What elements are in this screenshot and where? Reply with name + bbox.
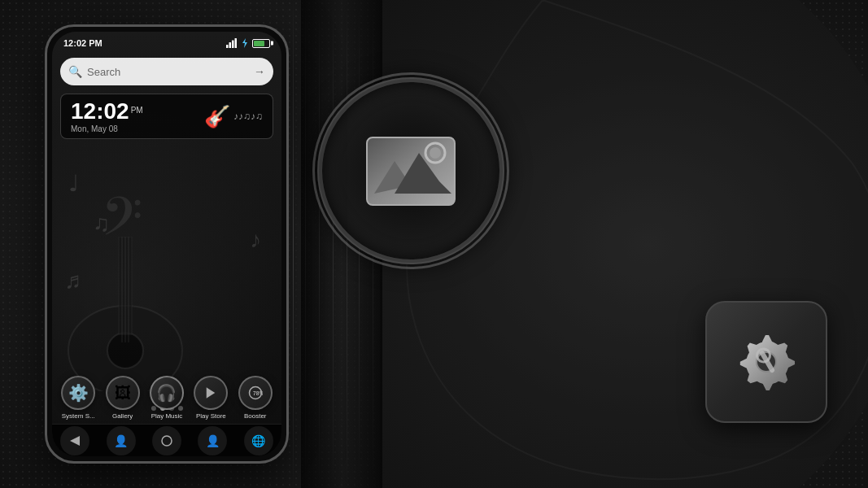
svg-rect-18: [235, 38, 238, 48]
battery-icon: [252, 39, 270, 48]
app-icon-play-store[interactable]: Play Store: [194, 376, 228, 420]
phone-nav-bar: 👤 👤 🌐: [52, 424, 281, 456]
music-note-1: ♩: [68, 170, 79, 197]
svg-rect-15: [226, 45, 229, 48]
guitar-emoji: 🎸: [204, 104, 230, 129]
booster-label: Booster: [244, 412, 267, 420]
clock-period: PM: [131, 106, 143, 115]
status-icons: [226, 38, 270, 48]
signal-icon: [226, 38, 238, 48]
nav-person-icon[interactable]: 👤: [107, 426, 136, 455]
status-bar: 12:02 PM: [52, 32, 281, 54]
gallery-label: Gallery: [112, 412, 133, 420]
play-store-label: Play Store: [196, 412, 226, 420]
music-notes-widget: ♪♪♫♪♫: [233, 111, 263, 122]
clock-date: Mon, May 08: [71, 124, 204, 133]
image-icon-large[interactable]: [317, 77, 504, 264]
svg-rect-17: [232, 41, 234, 49]
clock-hour: 12:02: [71, 98, 129, 124]
svg-rect-16: [229, 42, 232, 48]
image-placeholder-icon: [366, 137, 456, 206]
svg-point-5: [430, 147, 441, 159]
app-icon-play-music[interactable]: 🎧 Play Music: [150, 376, 184, 420]
gallery-icon[interactable]: 🖼: [106, 376, 140, 410]
phone-screen: ♩ ♫ ♪ ♬ 𝄢: [52, 32, 281, 456]
booster-icon[interactable]: 78%: [238, 376, 273, 410]
clock-decoration: 🎸 ♪♪♫♪♫: [204, 104, 263, 129]
app-icon-gallery[interactable]: 🖼 Gallery: [106, 376, 140, 420]
phone-mockup: ♩ ♫ ♪ ♬ 𝄢: [45, 24, 289, 464]
system-settings-label: System S...: [62, 412, 95, 420]
nav-back-icon[interactable]: [60, 426, 89, 455]
play-music-label: Play Music: [151, 412, 183, 420]
settings-icon-large[interactable]: [705, 301, 827, 423]
app-icon-booster[interactable]: 78% Booster: [238, 376, 273, 420]
search-icon: 🔍: [68, 65, 82, 78]
nav-home-icon[interactable]: [152, 426, 181, 455]
svg-marker-23: [70, 436, 80, 446]
gear-wrench-icon: [730, 325, 803, 399]
charging-icon: [241, 38, 249, 48]
play-store-icon[interactable]: [194, 376, 228, 410]
search-bar[interactable]: 🔍 Search →: [60, 58, 273, 85]
clock-widget: 12:02PM Mon, May 08 🎸 ♪♪♫♪♫: [60, 94, 273, 139]
svg-text:78%: 78%: [253, 390, 263, 396]
nav-globe-icon[interactable]: 🌐: [244, 426, 273, 455]
system-settings-icon[interactable]: ⚙️: [61, 376, 95, 410]
svg-marker-20: [207, 387, 216, 399]
play-music-icon[interactable]: 🎧: [150, 376, 184, 410]
clock-time-display: 12:02PM: [71, 100, 204, 123]
app-dock: ⚙️ System S... 🖼 Gallery 🎧 Play Music Pl…: [52, 376, 281, 420]
app-icon-system-settings[interactable]: ⚙️ System S...: [61, 376, 95, 420]
search-input-text[interactable]: Search: [87, 66, 254, 78]
music-note-3: ♪: [250, 227, 261, 253]
phone-guitar-art: [60, 237, 207, 391]
svg-point-24: [162, 436, 172, 446]
status-time: 12:02 PM: [63, 38, 103, 48]
search-arrow-icon[interactable]: →: [254, 65, 265, 78]
clock-info: 12:02PM Mon, May 08: [71, 100, 204, 133]
nav-person2-icon[interactable]: 👤: [198, 426, 227, 455]
svg-marker-19: [242, 38, 247, 48]
